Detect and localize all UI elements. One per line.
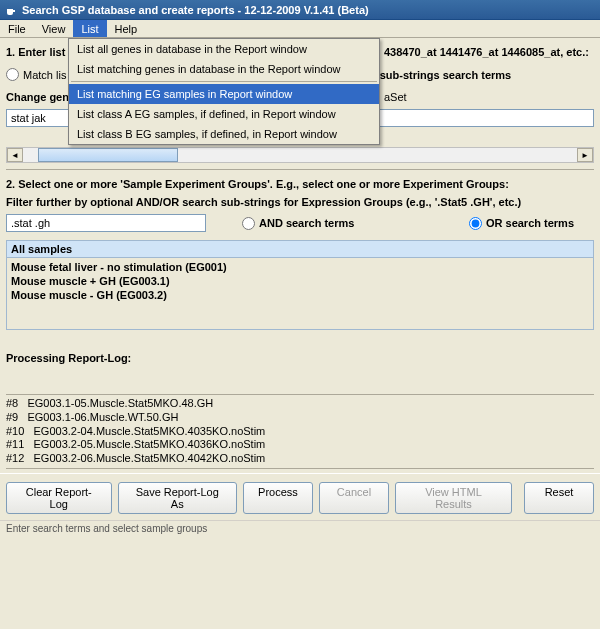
- scroll-left-icon[interactable]: ◄: [7, 148, 23, 162]
- menu-help[interactable]: Help: [107, 20, 146, 37]
- filter-input[interactable]: [6, 214, 206, 232]
- clear-log-button[interactable]: Clear Report-Log: [6, 482, 112, 514]
- dd-list-class-a[interactable]: List class A EG samples, if defined, in …: [69, 104, 379, 124]
- log-line: #8 EG003.1-05.Muscle.Stat5MKO.48.GH: [6, 397, 594, 411]
- dd-list-matching-genes[interactable]: List matching genes in database in the R…: [69, 59, 379, 79]
- sample-list[interactable]: Mouse fetal liver - no stimulation (EG00…: [6, 258, 594, 330]
- radio-and[interactable]: AND search terms: [242, 217, 354, 230]
- java-icon: [4, 3, 18, 17]
- process-button[interactable]: Process: [243, 482, 313, 514]
- radio-or-input[interactable]: [469, 217, 482, 230]
- menubar: File View List Help: [0, 20, 600, 38]
- filter-label: Filter further by optional AND/OR search…: [6, 196, 594, 208]
- menu-list[interactable]: List: [73, 20, 106, 37]
- log-line: #12 EG003.2-06.Muscle.Stat5MKO.4042KO.no…: [6, 452, 594, 466]
- log-line: #11 EG003.2-05.Muscle.Stat5MKO.4036KO.no…: [6, 438, 594, 452]
- radio-match-list-label: Match lis: [23, 69, 66, 81]
- change-gene-tail: aSet: [384, 91, 407, 103]
- sample-row[interactable]: Mouse muscle - GH (EG003.2): [11, 288, 589, 302]
- samples-header: All samples: [6, 240, 594, 258]
- list-dropdown: List all genes in database in the Report…: [68, 38, 380, 145]
- dd-list-class-b[interactable]: List class B EG samples, if defined, in …: [69, 124, 379, 144]
- menu-view[interactable]: View: [34, 20, 74, 37]
- h-scrollbar-1[interactable]: ◄ ►: [6, 147, 594, 163]
- step1-label-left: 1. Enter list o: [6, 46, 72, 58]
- dd-list-matching-eg[interactable]: List matching EG samples in Report windo…: [69, 84, 379, 104]
- titlebar: Search GSP database and create reports -…: [0, 0, 600, 20]
- button-row: Clear Report-Log Save Report-Log As Proc…: [0, 473, 600, 520]
- report-log-label: Processing Report-Log:: [6, 352, 594, 364]
- scroll-thumb[interactable]: [38, 148, 178, 162]
- radio-and-input[interactable]: [242, 217, 255, 230]
- and-or-row: AND search terms OR search terms: [6, 214, 594, 232]
- radio-or-label: OR search terms: [486, 217, 574, 229]
- sample-row[interactable]: Mouse muscle + GH (EG003.1): [11, 274, 589, 288]
- view-html-button: View HTML Results: [395, 482, 512, 514]
- radio-match-list-input[interactable]: [6, 68, 19, 81]
- radio-match-list[interactable]: Match lis: [6, 68, 66, 81]
- scroll-right-icon[interactable]: ►: [577, 148, 593, 162]
- change-gene-label: Change gene: [6, 91, 72, 103]
- statusbar: Enter search terms and select sample gro…: [0, 520, 600, 536]
- report-log[interactable]: #8 EG003.1-05.Muscle.Stat5MKO.48.GH #9 E…: [6, 394, 594, 469]
- step1-label-right: 438470_at 1441476_at 1446085_at, etc.:: [384, 46, 589, 58]
- sample-row[interactable]: Mouse fetal liver - no stimulation (EG00…: [11, 260, 589, 274]
- dd-list-all-genes[interactable]: List all genes in database in the Report…: [69, 39, 379, 59]
- cancel-button: Cancel: [319, 482, 389, 514]
- dropdown-separator: [71, 81, 377, 82]
- reset-button[interactable]: Reset: [524, 482, 594, 514]
- scroll-track[interactable]: [23, 148, 577, 162]
- log-line: #9 EG003.1-06.Muscle.WT.50.GH: [6, 411, 594, 425]
- radio-or[interactable]: OR search terms: [469, 217, 574, 230]
- window-title: Search GSP database and create reports -…: [22, 4, 369, 16]
- radio-and-label: AND search terms: [259, 217, 354, 229]
- log-line: #10 EG003.2-04.Muscle.Stat5MKO.4035KO.no…: [6, 425, 594, 439]
- step2-label: 2. Select one or more 'Sample Experiment…: [6, 169, 594, 190]
- save-log-button[interactable]: Save Report-Log As: [118, 482, 237, 514]
- menu-file[interactable]: File: [0, 20, 34, 37]
